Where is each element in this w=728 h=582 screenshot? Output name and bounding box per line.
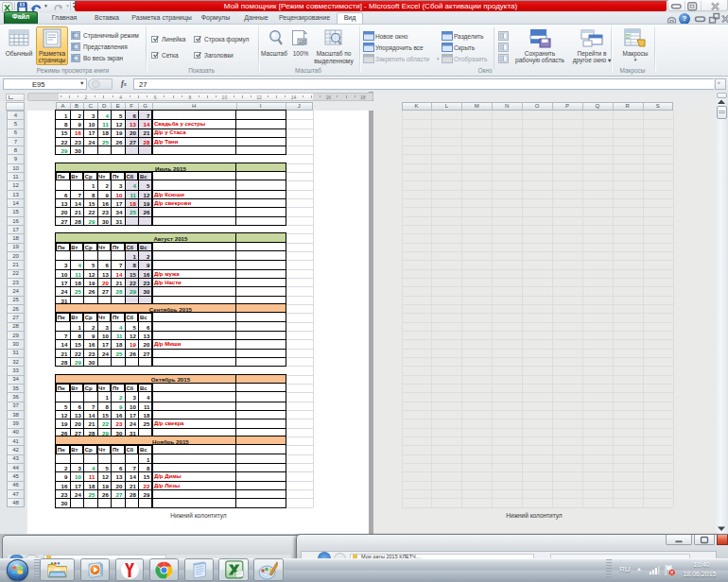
svg-text:100: 100 xyxy=(299,40,306,44)
